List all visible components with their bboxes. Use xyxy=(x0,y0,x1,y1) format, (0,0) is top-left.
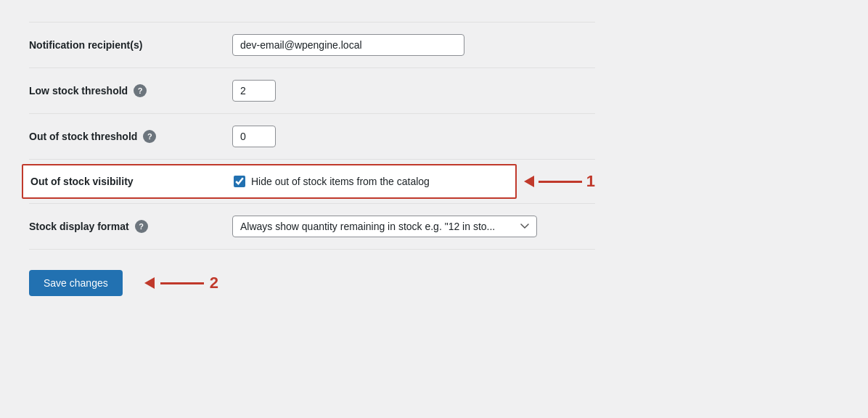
annotation-2-label: 2 xyxy=(210,274,218,292)
out-of-stock-visibility-checkbox-label: Hide out of stock items from the catalog xyxy=(251,176,430,187)
save-arrow-head-icon xyxy=(144,277,155,289)
low-stock-help-icon[interactable]: ? xyxy=(134,84,147,97)
settings-form: Notification recipient(s) Low stock thre… xyxy=(29,22,595,296)
label-text: Out of stock visibility xyxy=(30,176,134,187)
save-changes-button[interactable]: Save changes xyxy=(29,270,123,296)
out-of-stock-threshold-row: Out of stock threshold ? xyxy=(29,114,595,160)
out-of-stock-visibility-label: Out of stock visibility xyxy=(30,176,234,187)
notification-recipient-row: Notification recipient(s) xyxy=(29,22,595,68)
out-of-stock-visibility-row: Out of stock visibility Hide out of stoc… xyxy=(29,160,595,204)
low-stock-threshold-control xyxy=(232,80,595,102)
out-of-stock-threshold-label: Out of stock threshold ? xyxy=(29,130,232,143)
save-arrow-shaft xyxy=(160,282,204,284)
low-stock-threshold-row: Low stock threshold ? xyxy=(29,68,595,114)
notification-recipient-input[interactable] xyxy=(232,34,464,56)
out-of-stock-threshold-input[interactable] xyxy=(232,126,276,147)
label-text: Low stock threshold xyxy=(29,85,128,97)
stock-display-format-help-icon[interactable]: ? xyxy=(135,220,148,233)
annotation-2-arrow: 2 xyxy=(144,274,218,292)
notification-recipient-label: Notification recipient(s) xyxy=(29,39,232,51)
out-of-stock-threshold-help-icon[interactable]: ? xyxy=(143,130,156,143)
out-of-stock-visibility-checkbox[interactable] xyxy=(234,176,245,187)
out-of-stock-visibility-control: Hide out of stock items from the catalog xyxy=(234,176,508,187)
annotation-1-label: 1 xyxy=(586,173,595,189)
stock-display-format-select[interactable]: Always show quantity remaining in stock … xyxy=(232,216,537,237)
stock-display-format-label: Stock display format ? xyxy=(29,220,232,233)
save-section: Save changes 2 xyxy=(29,250,595,296)
notification-recipient-control xyxy=(232,34,595,56)
stock-display-format-row: Stock display format ? Always show quant… xyxy=(29,204,595,250)
out-of-stock-visibility-highlighted: Out of stock visibility Hide out of stoc… xyxy=(22,164,517,199)
label-text: Out of stock threshold xyxy=(29,131,137,142)
label-text: Notification recipient(s) xyxy=(29,39,142,51)
visibility-checkbox-wrapper: Hide out of stock items from the catalog xyxy=(234,176,430,187)
stock-display-format-control: Always show quantity remaining in stock … xyxy=(232,216,595,237)
annotation-1-arrow: 1 xyxy=(524,173,595,189)
arrow-shaft xyxy=(539,181,582,183)
out-of-stock-threshold-control xyxy=(232,126,595,147)
label-text: Stock display format xyxy=(29,221,129,232)
arrow-head-icon xyxy=(524,176,534,187)
low-stock-threshold-input[interactable] xyxy=(232,80,276,102)
low-stock-threshold-label: Low stock threshold ? xyxy=(29,84,232,97)
